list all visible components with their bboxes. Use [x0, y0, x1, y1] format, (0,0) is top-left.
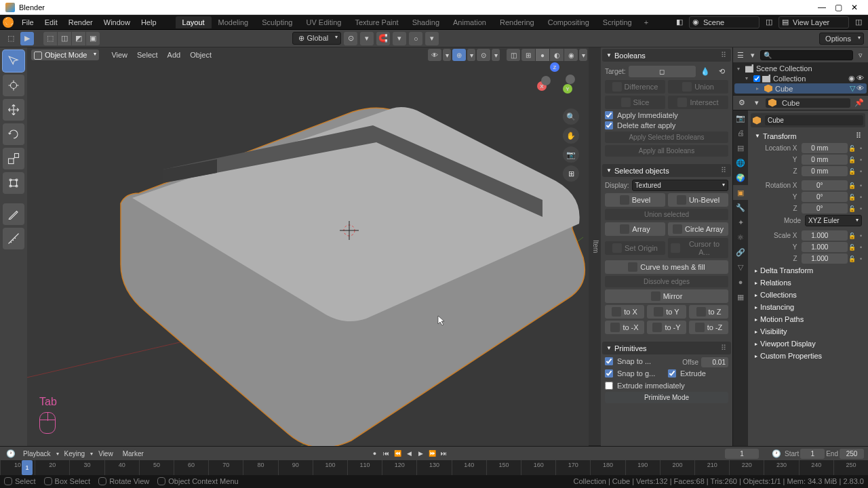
boolean-intersect[interactable]: Intersect [668, 96, 728, 109]
workspace-texture[interactable]: Texture Paint [348, 16, 405, 28]
nav-camera-icon[interactable]: 📷 [563, 146, 579, 163]
boolean-eyedropper-icon[interactable]: 💧 [698, 64, 712, 78]
tool-transform[interactable] [3, 172, 24, 194]
extrude-check[interactable]: Extrude [668, 369, 728, 378]
mode-select[interactable]: Object Mode [31, 49, 99, 60]
workspace-uv[interactable]: UV Editing [299, 16, 348, 28]
visibility-section[interactable]: ▸Visibility [751, 326, 865, 337]
unbevel-button[interactable]: Un-Bevel [668, 193, 728, 207]
workspace-layout[interactable]: Layout [176, 16, 212, 28]
prop-tab-physics[interactable]: ⚛ [733, 230, 748, 245]
playhead[interactable]: 1 [22, 460, 33, 475]
prop-tab-scene[interactable]: 🌐 [733, 155, 748, 170]
view3d-select-menu[interactable]: Select [133, 49, 162, 60]
gizmo-toggle[interactable]: ⊕ [452, 49, 466, 61]
rot-x-lock[interactable]: 🔓 [848, 181, 856, 190]
properties-pin-button[interactable]: 📌 [853, 97, 865, 109]
overlay-dropdown[interactable]: ▾ [492, 49, 500, 61]
set-origin-button[interactable]: Set Origin [605, 241, 665, 255]
gizmo-axis-z[interactable]: Z [550, 62, 559, 72]
extrude-immediately-check[interactable]: Extrude immediately [605, 382, 728, 390]
gizmo-axis-y[interactable]: Y [563, 84, 572, 94]
menu-window[interactable]: Window [98, 17, 136, 28]
boolean-slice[interactable]: Slice [605, 96, 665, 109]
workspace-rendering[interactable]: Rendering [493, 16, 541, 28]
xray-toggle[interactable]: ◫ [507, 49, 520, 61]
rot-y-field[interactable]: 0° [802, 192, 848, 202]
blender-icon[interactable] [3, 17, 14, 28]
timeline-marker-menu[interactable]: Marker [119, 449, 148, 459]
menu-edit[interactable]: Edit [39, 17, 63, 28]
relations-section[interactable]: ▸Relations [751, 277, 865, 288]
loc-z-field[interactable]: 0 mm [802, 166, 848, 176]
view3d-add-menu[interactable]: Add [163, 49, 185, 60]
apply-all-booleans[interactable]: Apply all Booleans [605, 145, 728, 157]
prop-tab-viewlayer[interactable]: ▤ [733, 140, 748, 155]
display-select[interactable]: Textured [632, 180, 728, 191]
scale-x-field[interactable]: 1.000 [802, 230, 848, 241]
rot-z-field[interactable]: 0° [802, 203, 848, 214]
nav-gizmo[interactable]: Z Y X [534, 62, 575, 103]
boolean-union[interactable]: Union [668, 80, 728, 94]
orientation-dropdown[interactable]: ⊕ Global [292, 32, 341, 45]
scale-y-lock[interactable]: 🔓 [848, 243, 856, 252]
transform-section[interactable]: ▼Transform⠿ [751, 130, 865, 142]
tool-move[interactable] [3, 99, 24, 121]
collection-visibility-icon[interactable]: 👁 [856, 74, 864, 83]
scale-x-lock[interactable]: 🔓 [848, 231, 856, 241]
collections-section[interactable]: ▸Collections [751, 289, 865, 300]
select-mode-4[interactable]: ▣ [86, 32, 100, 45]
timeline-view-menu[interactable]: View [94, 449, 117, 459]
tool-measure[interactable] [3, 228, 24, 249]
snap-dropdown[interactable]: ▾ [393, 32, 406, 45]
prop-tab-texture[interactable]: ▦ [733, 289, 748, 304]
end-frame[interactable]: 250 [840, 449, 864, 459]
primitive-mode-button[interactable]: Primitive Mode [605, 392, 728, 403]
mirror-to-nz[interactable]: to -Z [689, 321, 728, 334]
scale-y-field[interactable]: 1.000 [802, 242, 848, 252]
tool-select-box[interactable] [3, 50, 24, 72]
motion-paths-section[interactable]: ▸Motion Paths [751, 314, 865, 325]
overlay-toggle[interactable]: ⊙ [477, 49, 490, 61]
instancing-section[interactable]: ▸Instancing [751, 302, 865, 312]
rot-z-lock[interactable]: 🔓 [848, 204, 856, 214]
gizmo-dropdown[interactable]: ▾ [467, 49, 475, 61]
pivot-dropdown-icon[interactable]: ▾ [360, 32, 374, 45]
tree-scene-collection[interactable]: ▾Scene Collection [734, 64, 867, 73]
outliner-search[interactable] [760, 50, 853, 60]
timeline-editor-icon[interactable]: 🕐 [4, 447, 18, 460]
maximize-button[interactable]: ▢ [830, 3, 846, 12]
tool-cursor[interactable] [3, 75, 24, 96]
tool-annotate[interactable] [3, 203, 24, 225]
viewport-display-section[interactable]: ▸Viewport Display [751, 338, 865, 349]
gizmo-axis-nx[interactable] [566, 75, 575, 84]
prop-tab-object[interactable]: ▣ [733, 185, 748, 200]
loc-z-lock[interactable]: 🔓 [848, 167, 856, 176]
jump-next-key-icon[interactable]: ⏩ [427, 448, 437, 459]
offset-input[interactable] [701, 357, 728, 367]
circle-array-button[interactable]: Circle Array [668, 222, 728, 236]
shading-lookdev[interactable]: ◐ [550, 49, 564, 61]
mirror-to-z[interactable]: to Z [689, 305, 728, 319]
panel-selected-header[interactable]: ▼Selected objects⠿ [602, 164, 731, 177]
curve-to-mesh-button[interactable]: Curve to mesh & fill [605, 260, 728, 274]
select-mode-2[interactable]: ◫ [58, 32, 71, 45]
view3d-object-menu[interactable]: Object [186, 49, 216, 60]
cube-mesh-icon[interactable]: ▽ [850, 84, 855, 93]
timeline-track[interactable]: 1 10203040506070809010011012013014015016… [0, 460, 868, 475]
prop-tab-render[interactable]: 📷 [733, 110, 748, 125]
outliner-editor-icon[interactable]: ☰ [736, 49, 745, 61]
snap-to-check[interactable]: Snap to ... [605, 357, 679, 365]
jump-prev-key-icon[interactable]: ⏪ [392, 448, 403, 459]
scale-z-field[interactable]: 1.000 [802, 253, 848, 264]
union-selected-button[interactable]: Union selected [605, 209, 728, 220]
cursor-tool-icon[interactable]: ▶ [20, 32, 34, 45]
prop-tab-constraint[interactable]: 🔗 [733, 245, 748, 260]
scale-z-lock[interactable]: 🔓 [848, 254, 856, 264]
boolean-target-field[interactable]: ◻ [629, 66, 696, 77]
tree-cube[interactable]: ▸Cube ▽👁 [734, 83, 867, 94]
shading-wireframe[interactable]: ⊞ [521, 49, 535, 61]
prop-tab-modifier[interactable]: 🔧 [733, 200, 748, 215]
apply-selected-booleans[interactable]: Apply Selected Booleans [605, 131, 728, 143]
rot-y-lock[interactable]: 🔓 [848, 192, 856, 202]
